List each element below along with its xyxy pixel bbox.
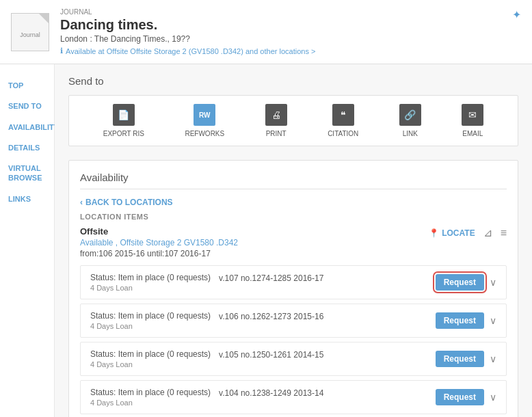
item-status-3: Status: Item in place (0 requests) bbox=[90, 388, 211, 397]
print-label: PRINT bbox=[266, 130, 287, 137]
location-status: Available , Offsite Storage 2 GV1580 .D3… bbox=[80, 238, 238, 247]
item-row-right-3: Request∨ bbox=[436, 389, 496, 405]
item-row-right-1: Request∨ bbox=[436, 312, 496, 329]
sidebar-item-links[interactable]: LINKS bbox=[0, 189, 54, 209]
item-info-0: Status: Item in place (0 requests)v.107 … bbox=[90, 273, 323, 292]
location-actions: 📍 LOCATE ⊿ ≡ bbox=[429, 226, 507, 239]
chevron-down-icon-3[interactable]: ∨ bbox=[490, 392, 496, 403]
item-loan-0: 4 Days Loan bbox=[90, 284, 323, 292]
availability-text[interactable]: Available at Offsite Offsite Storage 2 (… bbox=[66, 47, 315, 55]
chevron-left-icon: ‹ bbox=[80, 198, 83, 207]
item-row-right-0: Request∨ bbox=[436, 274, 496, 291]
item-call-1: v.106 no.1262-1273 2015-16 bbox=[219, 312, 323, 321]
header: Journal JOURNAL Dancing times. London : … bbox=[0, 0, 532, 64]
citation-label: CITATION bbox=[328, 130, 358, 137]
print-icon: 🖨 bbox=[265, 104, 287, 126]
locate-pin-icon: 📍 bbox=[429, 228, 439, 238]
info-icon: ℹ bbox=[60, 46, 63, 55]
item-call-0: v.107 no.1274-1285 2016-17 bbox=[219, 273, 323, 283]
location-range: from:106 2015-16 until:107 2016-17 bbox=[80, 249, 238, 258]
request-button-1[interactable]: Request bbox=[436, 312, 484, 329]
corner-decoration-icon: ✦ bbox=[512, 8, 521, 21]
item-info-1: Status: Item in place (0 requests)v.106 … bbox=[90, 311, 323, 330]
doc-icon: 📄 bbox=[113, 104, 135, 126]
item-loan-3: 4 Days Loan bbox=[90, 399, 323, 407]
content-area: Send to 📄EXPORT RISRWREFWORKS🖨PRINT❝CITA… bbox=[55, 64, 532, 417]
sidebar-item-send-to[interactable]: SEND TO bbox=[0, 96, 54, 116]
back-to-locations-label: BACK TO LOCATIONS bbox=[85, 198, 173, 207]
link-icon: 🔗 bbox=[399, 104, 421, 126]
request-button-0[interactable]: Request bbox=[436, 274, 484, 291]
sidebar-item-top[interactable]: TOP bbox=[0, 75, 54, 96]
link-label: LINK bbox=[403, 130, 418, 137]
chevron-down-icon-2[interactable]: ∨ bbox=[490, 353, 496, 364]
journal-thumbnail: Journal bbox=[11, 13, 49, 51]
send-to-citation[interactable]: ❝CITATION bbox=[328, 104, 358, 137]
location-info: Offsite Available , Offsite Storage 2 GV… bbox=[80, 226, 507, 258]
locate-button[interactable]: 📍 LOCATE bbox=[429, 228, 475, 238]
back-to-locations-button[interactable]: ‹ BACK TO LOCATIONS bbox=[80, 198, 507, 207]
item-loan-2: 4 Days Loan bbox=[90, 360, 323, 368]
send-to-export-ris[interactable]: 📄EXPORT RIS bbox=[103, 104, 144, 137]
rw-icon: RW bbox=[194, 104, 215, 126]
filter-icon[interactable]: ⊿ bbox=[483, 226, 492, 239]
item-row: Status: Item in place (0 requests)v.107 … bbox=[80, 265, 507, 299]
item-row: Status: Item in place (0 requests)v.106 … bbox=[80, 304, 507, 338]
header-info: JOURNAL Dancing times. London : The Danc… bbox=[60, 8, 521, 55]
item-row-right-2: Request∨ bbox=[436, 351, 496, 367]
send-to-bar: 📄EXPORT RISRWREFWORKS🖨PRINT❝CITATION🔗LIN… bbox=[68, 95, 518, 146]
location-items-label: LOCATION ITEMS bbox=[80, 213, 507, 221]
sidebar: TOPSEND TOAVAILABILITYDETAILSVIRTUAL BRO… bbox=[0, 64, 55, 417]
send-to-print[interactable]: 🖨PRINT bbox=[265, 104, 287, 137]
item-call-3: v.104 no.1238-1249 2013-14 bbox=[219, 388, 323, 398]
availability-link[interactable]: ℹ Available at Offsite Offsite Storage 2… bbox=[60, 46, 521, 55]
chevron-down-icon-1[interactable]: ∨ bbox=[490, 315, 496, 326]
record-type: JOURNAL bbox=[60, 8, 521, 16]
sidebar-item-details[interactable]: DETAILS bbox=[0, 137, 54, 158]
sidebar-item-availability[interactable]: AVAILABILITY bbox=[0, 117, 54, 137]
journal-icon-label: Journal bbox=[20, 26, 40, 38]
sidebar-item-virtual-browse[interactable]: VIRTUAL BROWSE bbox=[0, 158, 54, 189]
item-call-2: v.105 no.1250-1261 2014-15 bbox=[219, 350, 323, 360]
item-info-2: Status: Item in place (0 requests)v.105 … bbox=[90, 349, 323, 368]
locate-label: LOCATE bbox=[442, 228, 475, 238]
record-subtitle: London : The Dancing Times., 19?? bbox=[60, 34, 521, 44]
location-name: Offsite bbox=[80, 226, 238, 237]
request-button-2[interactable]: Request bbox=[436, 351, 484, 367]
record-title: Dancing times. bbox=[60, 17, 521, 33]
item-status-1: Status: Item in place (0 requests) bbox=[90, 311, 211, 321]
location-info-left: Offsite Available , Offsite Storage 2 GV… bbox=[80, 226, 238, 258]
citation-icon: ❝ bbox=[332, 104, 354, 126]
sort-icon[interactable]: ≡ bbox=[501, 227, 507, 239]
email-icon: ✉ bbox=[462, 104, 483, 126]
send-to-email[interactable]: ✉EMAIL bbox=[462, 104, 483, 137]
email-label: EMAIL bbox=[462, 130, 483, 137]
doc-label: EXPORT RIS bbox=[103, 130, 144, 137]
availability-section: Availability ‹ BACK TO LOCATIONS LOCATIO… bbox=[68, 160, 518, 417]
item-info-3: Status: Item in place (0 requests)v.104 … bbox=[90, 388, 323, 407]
send-to-title: Send to bbox=[68, 75, 518, 87]
chevron-down-icon-0[interactable]: ∨ bbox=[490, 277, 496, 288]
send-to-refworks[interactable]: RWREFWORKS bbox=[185, 104, 224, 137]
rw-label: REFWORKS bbox=[185, 130, 224, 137]
item-rows-container: Status: Item in place (0 requests)v.107 … bbox=[80, 265, 507, 417]
item-status-2: Status: Item in place (0 requests) bbox=[90, 349, 211, 359]
request-button-3[interactable]: Request bbox=[436, 389, 484, 405]
send-to-link[interactable]: 🔗LINK bbox=[399, 104, 421, 137]
item-row: Status: Item in place (0 requests)v.104 … bbox=[80, 380, 507, 414]
availability-title: Availability bbox=[80, 172, 507, 189]
item-row: Status: Item in place (0 requests)v.105 … bbox=[80, 342, 507, 376]
main-layout: TOPSEND TOAVAILABILITYDETAILSVIRTUAL BRO… bbox=[0, 64, 532, 417]
item-status-0: Status: Item in place (0 requests) bbox=[90, 273, 211, 282]
item-loan-1: 4 Days Loan bbox=[90, 322, 323, 330]
